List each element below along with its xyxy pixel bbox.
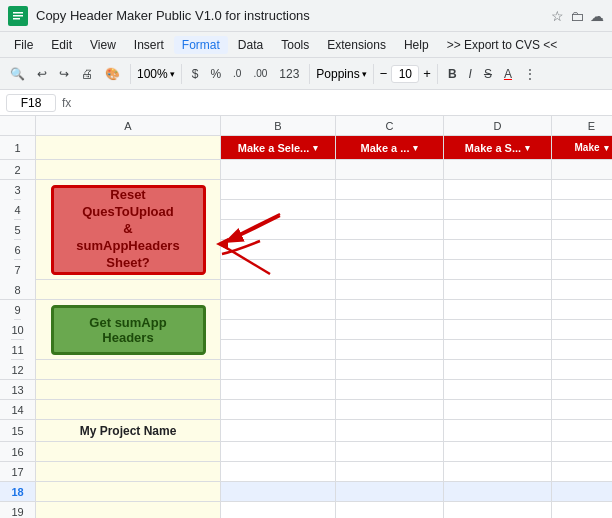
cell-e13[interactable] (552, 380, 612, 399)
decimal1-button[interactable]: .0 (229, 66, 245, 81)
cell-c11[interactable] (336, 340, 444, 360)
cell-c6[interactable] (336, 240, 444, 260)
cell-e9[interactable] (552, 300, 612, 320)
zoom-dropdown-icon[interactable]: ▾ (170, 69, 175, 79)
cell-d9[interactable] (444, 300, 552, 320)
cell-d15[interactable] (444, 420, 552, 441)
cell-d1[interactable]: Make a S... ▾ (444, 136, 552, 159)
cell-reference-input[interactable] (6, 94, 56, 112)
cell-b15[interactable] (221, 420, 336, 441)
cell-d3[interactable] (444, 180, 552, 200)
col-header-d[interactable]: D (444, 116, 552, 135)
cell-d18[interactable] (444, 482, 552, 501)
paint-format-button[interactable]: 🎨 (101, 65, 124, 83)
cell-b3[interactable] (221, 180, 336, 200)
col-header-a[interactable]: A (36, 116, 221, 135)
cell-b2[interactable] (221, 160, 336, 179)
text-color-button[interactable]: A (500, 65, 516, 83)
cell-d8[interactable] (444, 280, 552, 299)
cell-a19[interactable] (36, 502, 221, 518)
menu-insert[interactable]: Insert (126, 36, 172, 54)
cell-a14[interactable] (36, 400, 221, 419)
cell-a9-a11-merged[interactable]: Get sumApp Headers (36, 300, 221, 360)
cell-d5[interactable] (444, 220, 552, 240)
cell-c16[interactable] (336, 442, 444, 461)
cell-b11[interactable] (221, 340, 336, 360)
strikethrough-button[interactable]: S (480, 65, 496, 83)
cell-a17[interactable] (36, 462, 221, 481)
percent-button[interactable]: % (206, 65, 225, 83)
cell-b17[interactable] (221, 462, 336, 481)
cell-e1[interactable]: Make ▾ (552, 136, 612, 159)
undo-button[interactable]: ↩ (33, 65, 51, 83)
cell-e11[interactable] (552, 340, 612, 360)
cell-b7[interactable] (221, 260, 336, 280)
cell-e2[interactable] (552, 160, 612, 179)
cell-b10[interactable] (221, 320, 336, 340)
cell-e16[interactable] (552, 442, 612, 461)
cell-a18[interactable] (36, 482, 221, 501)
cell-a3-a7-merged[interactable]: Reset QuesToUpload & sumAppHeaders Sheet… (36, 180, 221, 280)
cell-c15[interactable] (336, 420, 444, 441)
cell-b13[interactable] (221, 380, 336, 399)
currency-button[interactable]: $ (188, 65, 203, 83)
more-toolbar[interactable]: ⋮ (520, 65, 540, 83)
dropdown-c1[interactable]: Make a ... ▾ (355, 139, 425, 157)
cell-a15[interactable]: My Project Name (36, 420, 221, 441)
menu-file[interactable]: File (6, 36, 41, 54)
cell-b9[interactable] (221, 300, 336, 320)
cell-b1[interactable]: Make a Sele... ▾ (221, 136, 336, 159)
cell-c13[interactable] (336, 380, 444, 399)
menu-tools[interactable]: Tools (273, 36, 317, 54)
cell-d19[interactable] (444, 502, 552, 518)
cell-a13[interactable] (36, 380, 221, 399)
number-format-button[interactable]: 123 (275, 65, 303, 83)
col-header-e[interactable]: E (552, 116, 612, 135)
redo-button[interactable]: ↪ (55, 65, 73, 83)
cell-d17[interactable] (444, 462, 552, 481)
cell-e3[interactable] (552, 180, 612, 200)
cell-b16[interactable] (221, 442, 336, 461)
font-dropdown-icon[interactable]: ▾ (362, 69, 367, 79)
cell-e4[interactable] (552, 200, 612, 220)
col-header-b[interactable]: B (221, 116, 336, 135)
cell-d10[interactable] (444, 320, 552, 340)
cell-e14[interactable] (552, 400, 612, 419)
cell-c2[interactable] (336, 160, 444, 179)
menu-extensions[interactable]: Extensions (319, 36, 394, 54)
menu-help[interactable]: Help (396, 36, 437, 54)
cell-c12[interactable] (336, 360, 444, 379)
cell-b18[interactable] (221, 482, 336, 501)
cell-d14[interactable] (444, 400, 552, 419)
cell-d11[interactable] (444, 340, 552, 360)
cell-b12[interactable] (221, 360, 336, 379)
cell-a1[interactable] (36, 136, 221, 159)
cell-c8[interactable] (336, 280, 444, 299)
decimal2-button[interactable]: .00 (249, 66, 271, 81)
cell-b8[interactable] (221, 280, 336, 299)
cell-e8[interactable] (552, 280, 612, 299)
cell-b14[interactable] (221, 400, 336, 419)
cell-b5[interactable] (221, 220, 336, 240)
cell-b19[interactable] (221, 502, 336, 518)
cell-d2[interactable] (444, 160, 552, 179)
menu-view[interactable]: View (82, 36, 124, 54)
cell-d16[interactable] (444, 442, 552, 461)
dropdown-b1[interactable]: Make a Sele... ▾ (232, 139, 325, 157)
cell-c7[interactable] (336, 260, 444, 280)
font-size-input[interactable] (391, 65, 419, 83)
cell-c14[interactable] (336, 400, 444, 419)
zoom-control[interactable]: 100% ▾ (137, 67, 175, 81)
bold-button[interactable]: B (444, 65, 461, 83)
cell-a2[interactable] (36, 160, 221, 179)
cell-d12[interactable] (444, 360, 552, 379)
cell-e5[interactable] (552, 220, 612, 240)
formula-input[interactable] (77, 96, 606, 110)
menu-data[interactable]: Data (230, 36, 271, 54)
cell-d6[interactable] (444, 240, 552, 260)
cell-a8[interactable] (36, 280, 221, 299)
cell-c4[interactable] (336, 200, 444, 220)
folder-icon[interactable]: 🗀 (570, 8, 584, 24)
cell-a12[interactable] (36, 360, 221, 379)
cloud-icon[interactable]: ☁ (590, 8, 604, 24)
